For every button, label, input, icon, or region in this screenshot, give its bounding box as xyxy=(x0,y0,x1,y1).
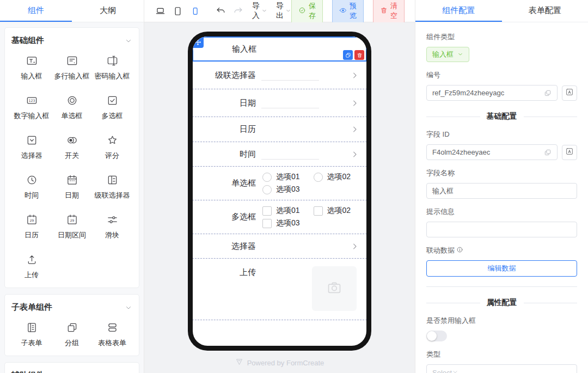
palette-item-checkbox[interactable]: 多选框 xyxy=(92,94,132,121)
form-row-radio-group[interactable]: 单选框 选项01 选项02 选项03 xyxy=(193,166,366,200)
palette-item-input[interactable]: 输入框 xyxy=(11,54,52,81)
form-row-calendar[interactable]: 日历 xyxy=(193,117,366,142)
copy-icon[interactable] xyxy=(544,149,552,156)
form-row-date[interactable]: 日期 xyxy=(193,89,366,117)
form-row-cascader[interactable]: 级联选择器 xyxy=(193,61,366,89)
form-row-time[interactable]: 时间 xyxy=(193,142,366,167)
form-row-upload[interactable]: 上传 xyxy=(193,258,366,320)
password-input-icon xyxy=(106,54,119,67)
field-label: 日期 xyxy=(193,98,257,108)
radio-option[interactable]: 选项02 xyxy=(314,172,365,182)
preview-button[interactable]: 预览 xyxy=(332,0,364,24)
rename-button[interactable] xyxy=(562,145,577,160)
right-tabs: 组件配置 表单配置 xyxy=(415,0,588,22)
section-divider-props: 属性配置 xyxy=(426,298,577,308)
export-dropdown[interactable]: 导出 xyxy=(276,1,291,21)
field-label: 级联选择器 xyxy=(193,70,257,81)
component-grid: 子表单 分组 表格表单 xyxy=(11,321,132,348)
tab-components[interactable]: 组件 xyxy=(0,0,72,22)
disable-input-label: 是否禁用输入框 xyxy=(426,316,577,326)
palette-item-tableform[interactable]: 表格表单 xyxy=(92,321,132,348)
delete-button[interactable] xyxy=(354,50,364,60)
save-button[interactable]: 保存 xyxy=(291,0,323,24)
date-range-icon: 29 xyxy=(66,213,78,226)
designer-center: 导入 导出 保存 预览 清空 输入框 xyxy=(144,0,415,373)
clear-button[interactable]: 清空 xyxy=(373,0,405,24)
component-grid: 输入框 多行输入框 密码输入框 123 数字输入框 xyxy=(11,54,132,280)
device-mobile-button[interactable] xyxy=(190,6,200,16)
form-designer-app: 组件 大纲 基础组件 输入框 多行输入框 xyxy=(0,0,588,373)
toolbar: 导入 导出 保存 预览 清空 xyxy=(144,0,415,22)
chevron-down-icon xyxy=(125,304,132,311)
palette-item-upload[interactable]: 上传 xyxy=(11,253,52,280)
switch-icon xyxy=(66,134,78,146)
chevron-right-icon xyxy=(351,71,359,80)
palette-item-calendar[interactable]: 29 日历 xyxy=(11,213,52,240)
checkbox-square-icon xyxy=(314,206,323,216)
undo-icon xyxy=(216,6,226,16)
checkbox-option[interactable]: 选项01 xyxy=(262,206,314,216)
checkbox-option[interactable]: 选项02 xyxy=(314,206,365,216)
copy-icon[interactable] xyxy=(544,89,552,97)
checkbox-option[interactable]: 选项03 xyxy=(262,218,314,228)
hint-input[interactable] xyxy=(426,222,577,237)
palette-item-radio[interactable]: 单选框 xyxy=(52,94,92,121)
palette-item-rating[interactable]: 评分 xyxy=(92,134,132,161)
palette-item-cascader[interactable]: 级联选择器 xyxy=(92,174,132,200)
section-subform-components: 子表单组件 子表单 分组 表格表单 xyxy=(4,294,139,356)
field-label: 选择器 xyxy=(193,241,257,252)
device-tablet-button[interactable] xyxy=(173,6,183,16)
section-header[interactable]: 基础组件 xyxy=(11,35,132,46)
drag-handle-icon[interactable] xyxy=(193,36,204,48)
form-row-select[interactable]: 选择器 xyxy=(193,234,366,259)
palette-item-time[interactable]: 时间 xyxy=(11,174,52,200)
palette-item-number[interactable]: 123 数字输入框 xyxy=(11,94,52,121)
checkbox-square-icon xyxy=(262,206,272,216)
redo-icon xyxy=(233,6,243,16)
form-row-checkbox-group[interactable]: 多选框 选项01 选项02 选项03 xyxy=(193,200,366,234)
radio-option[interactable]: 选项01 xyxy=(262,172,314,182)
device-laptop-button[interactable] xyxy=(155,6,166,16)
duplicate-button[interactable] xyxy=(343,50,353,60)
palette-item-group[interactable]: 分组 xyxy=(52,321,92,348)
subform-icon xyxy=(26,321,38,334)
palette-item-slider[interactable]: 滑块 xyxy=(92,213,132,240)
section-header[interactable]: 子表单组件 xyxy=(11,302,132,313)
upload-dropzone[interactable] xyxy=(312,266,357,311)
palette-item-textarea[interactable]: 多行输入框 xyxy=(52,54,92,81)
palette-item-subform[interactable]: 子表单 xyxy=(11,321,52,348)
section-header[interactable]: 辅助组件 xyxy=(11,370,132,373)
tab-form-config[interactable]: 表单配置 xyxy=(502,0,588,22)
type-select[interactable]: Select xyxy=(426,364,577,373)
tab-component-config[interactable]: 组件配置 xyxy=(415,0,502,22)
component-type-label: 组件类型 xyxy=(426,32,577,42)
palette-item-daterange[interactable]: 29 日期区间 xyxy=(52,213,92,240)
radio-icon xyxy=(66,94,78,107)
radio-circle-icon xyxy=(314,173,323,182)
disable-input-toggle[interactable] xyxy=(426,331,447,341)
field-name-input[interactable]: 输入框 xyxy=(426,183,577,199)
import-dropdown[interactable]: 导入 xyxy=(252,1,267,21)
rename-button[interactable] xyxy=(562,85,577,101)
palette-item-select[interactable]: 选择器 xyxy=(11,134,52,161)
redo-button[interactable] xyxy=(233,6,243,16)
palette-item-switch[interactable]: 开关 xyxy=(52,134,92,161)
checkbox-icon xyxy=(106,94,119,107)
edit-data-button[interactable]: 编辑数据 xyxy=(426,260,577,277)
palette-item-date[interactable]: 日期 xyxy=(52,174,92,200)
tab-outline[interactable]: 大纲 xyxy=(72,0,144,22)
field-id-label: 字段 ID xyxy=(426,130,577,139)
form-row-input[interactable]: 输入框 xyxy=(193,36,366,62)
svg-text:29: 29 xyxy=(29,218,34,222)
radio-option[interactable]: 选项03 xyxy=(262,185,314,194)
field-id-input[interactable]: F4olm24zheeyaec xyxy=(426,144,558,160)
palette-item-password[interactable]: 密码输入框 xyxy=(92,54,132,81)
component-type-tag[interactable]: 输入框 xyxy=(426,47,469,62)
checkbox-square-icon xyxy=(262,219,272,228)
textarea-icon xyxy=(66,54,78,67)
ref-input[interactable]: ref_Fz59m24zheeyagc xyxy=(426,85,558,101)
upload-icon xyxy=(26,253,38,266)
chevron-right-icon xyxy=(351,242,359,250)
letter-a-icon xyxy=(565,147,574,158)
undo-button[interactable] xyxy=(216,6,226,16)
